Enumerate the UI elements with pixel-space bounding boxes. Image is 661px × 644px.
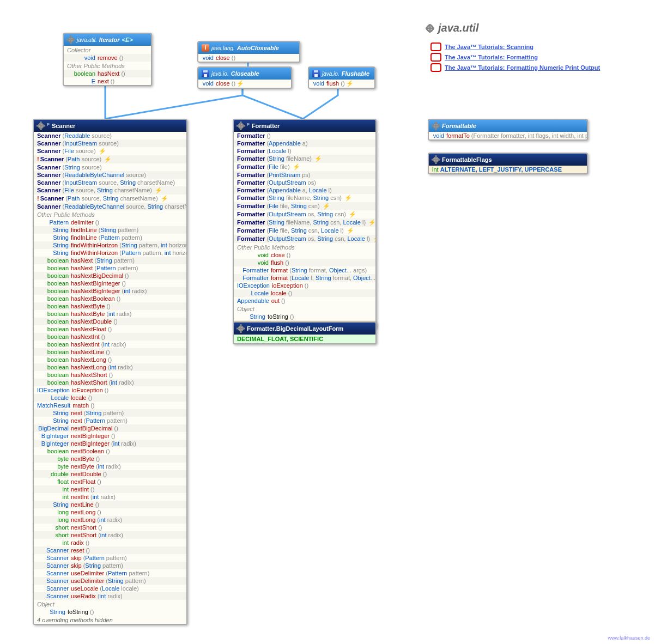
credit[interactable]: www.falkhausen.de [608,635,650,641]
package-title: java.util [425,22,478,34]
constructor-row: Scanner (File source, String charsetName… [34,186,186,195]
methods: voidclose ()voidflush ()Formatterformat … [234,251,375,305]
method-row: StringnextLine () [34,501,186,508]
constructor-row: Formatter (String fileName, String csn) … [234,194,375,202]
class-formattableflags[interactable]: FormattableFlags int ALTERNATE, LEFT_JUS… [428,153,588,174]
link-formatting-numeric[interactable]: The Java™ Tutorials: Formatting Numeric … [430,63,600,72]
gear-icon [432,156,440,163]
gear-icon [37,122,45,130]
method-row: Patterndelimiter () [34,218,186,226]
method-row: voidclose ()⚡ [198,80,291,88]
disk-icon [312,70,320,77]
disk-icon [202,70,209,77]
method-row: IOExceptionioException () [34,386,186,394]
class-autocloseable[interactable]: I java.lang.AutoCloseable voidclose () [197,41,300,63]
class-bigdecimallayoutform[interactable]: Formatter.BigDecimalLayoutForm DECIMAL_F… [233,321,377,344]
constructor-row: Formatter (Appendable a, Locale l) [234,186,375,194]
constructors: Formatter ()Formatter (Appendable a)Form… [234,132,375,243]
footer-note: 4 overriding methods hidden [34,616,186,624]
method-row: ScanneruseRadix (int radix) [34,592,186,600]
class-iterator[interactable]: java.util.Iterator<E> Collector voidremo… [63,33,152,86]
constructor-row: Scanner (ReadableByteChannel source, Str… [34,203,186,210]
constructor-row: Scanner (ReadableByteChannel source) [34,171,186,179]
constructor-row: Scanner (Readable source) [34,132,186,139]
method-row: StringfindWithinHorizon (String pattern,… [34,241,186,249]
constructor-row: !Scanner (Path source) ⚡ [34,155,186,163]
oracle-icon [430,53,441,62]
constructor-row: Formatter (Locale l) [234,147,375,155]
link-formatting[interactable]: The Java™ Tutorials: Formatting [430,53,600,62]
method-row: booleanhasNextShort (int radix) [34,379,186,386]
method-row: booleanhasNextInt (int radix) [34,341,186,348]
method-row: intnextInt () [34,485,186,493]
constructor-row: Scanner (InputStream source) [34,139,186,147]
method-row: booleannextBoolean () [34,447,186,455]
class-header: F Scanner [34,120,186,132]
class-formattable[interactable]: Formattable voidformatTo (Formatter form… [428,119,588,141]
constructor-row: Formatter (PrintStream ps) [234,171,375,179]
method-row: longnextLong () [34,508,186,516]
method-row: Scannerreset () [34,546,186,554]
method-row: intradix () [34,539,186,546]
method-row: doublenextDouble () [34,470,186,478]
class-formatter[interactable]: F Formatter Formatter ()Formatter (Appen… [233,119,377,329]
method-row: booleanhasNext (Pattern pattern) [34,264,186,272]
method-row: longnextLong (int radix) [34,516,186,524]
method-row: Scannerskip (Pattern pattern) [34,554,186,562]
tutorial-links: The Java™ Tutorials: Scanning The Java™ … [430,41,600,74]
interface-icon: I [202,44,209,52]
methods: Patterndelimiter ()StringfindInLine (Str… [34,218,186,600]
method-row: bytenextByte () [34,455,186,463]
method-row: booleanhasNextBigInteger () [34,280,186,287]
method-row: shortnextShort () [34,524,186,531]
gear-icon [237,122,245,130]
gear-icon [425,23,435,33]
method-row: StringfindWithinHorizon (Pattern pattern… [34,249,186,257]
class-closeable[interactable]: java.io.Closeable voidclose ()⚡ [197,66,292,89]
constants-row: int ALTERNATE, LEFT_JUSTIFY, UPPERCASE [429,166,587,173]
link-scanning[interactable]: The Java™ Tutorials: Scanning [430,42,600,51]
oracle-icon [430,42,441,51]
class-header: Formatter.BigDecimalLayoutForm [234,323,375,335]
constructor-row: !Scanner (Path source, String charsetNam… [34,195,186,203]
class-header: F Formatter [234,120,375,132]
class-flushable[interactable]: java.io.Flushable voidflush ()⚡ [308,66,375,89]
constructor-row: Formatter (OutputStream os, String csn, … [234,235,375,243]
method-row: voidremove () [64,54,151,62]
method-row: voidclose () [198,54,299,62]
section-label: Other Public Methods [64,62,151,70]
class-header: java.io.Closeable [198,68,291,80]
constructor-row: Scanner (File source) ⚡ [34,147,186,155]
method-row: StringtoString () [234,313,375,320]
section-label: Collector [64,46,151,54]
method-row: ScanneruseDelimiter (String pattern) [34,577,186,585]
constructors: Scanner (Readable source)Scanner (InputS… [34,132,186,210]
class-header: java.io.Flushable [309,68,374,80]
method-row: Localelocale () [34,394,186,402]
class-header: I java.lang.AutoCloseable [198,42,299,54]
class-header: FormattableFlags [429,154,587,166]
constructor-row: Formatter () [234,132,375,139]
method-row: booleanhasNextLine () [34,348,186,356]
section-label: Object [234,305,375,313]
method-row: booleanhasNextBoolean () [34,295,186,302]
method-row: voidclose () [234,251,375,259]
class-scanner[interactable]: F Scanner Scanner (Readable source)Scann… [33,119,187,625]
constructor-row: Formatter (String fileName) ⚡ [234,155,375,163]
method-row: booleanhasNextLong (int radix) [34,363,186,371]
method-row: Enext () [64,77,151,85]
method-row: booleanhasNextBigInteger (int radix) [34,287,186,295]
method-row: booleanhasNextDouble () [34,318,186,325]
method-row: ScanneruseDelimiter (Pattern pattern) [34,569,186,577]
method-row: booleanhasNextBigDecimal () [34,272,186,280]
gear-icon [237,325,245,332]
constructor-row: Formatter (OutputStream os) [234,179,375,186]
class-header: java.util.Iterator<E> [64,34,151,46]
method-row: intnextInt (int radix) [34,493,186,501]
constructor-row: Formatter (Appendable a) [234,139,375,147]
constructor-row: Formatter (String fileName, String csn, … [234,218,375,227]
method-row: voidflush () [234,259,375,266]
method-row: Appendableout () [234,297,375,305]
package-name: java.util [438,22,478,34]
constructor-row: Scanner (InputStream source, String char… [34,179,186,186]
